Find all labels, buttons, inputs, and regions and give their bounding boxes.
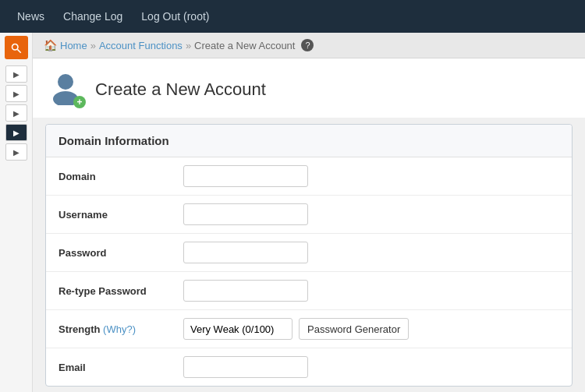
breadcrumb-current: Create a New Account [194, 40, 295, 51]
domain-info-title: Domain Information [46, 125, 572, 157]
email-label: Email [58, 362, 183, 373]
main-content: 🏠 Home » Account Functions » Create a Ne… [33, 33, 585, 392]
help-icon[interactable]: ? [301, 39, 314, 51]
username-input[interactable] [183, 203, 308, 225]
sidebar-arrow-1[interactable]: ▶ [5, 65, 27, 83]
retype-password-input[interactable] [183, 280, 308, 302]
sidebar-arrow-5[interactable]: ▶ [5, 143, 27, 161]
breadcrumb-sep-2: » [186, 40, 191, 51]
svg-line-1 [17, 49, 20, 52]
search-icon [10, 42, 22, 54]
email-input[interactable] [183, 356, 308, 378]
top-navigation: News Change Log Log Out (root) [0, 0, 585, 33]
domain-label: Domain [58, 171, 183, 182]
retype-password-label: Re-type Password [58, 285, 183, 297]
domain-info-card: Domain Information Domain Username Passw… [45, 124, 573, 387]
sidebar: ▶ ▶ ▶ ▶ ▶ ∨ [0, 33, 33, 392]
page-heading: + Create a New Account [33, 58, 585, 118]
home-icon: 🏠 [44, 39, 57, 51]
nav-logout[interactable]: Log Out (root) [132, 0, 218, 33]
sidebar-arrow-3[interactable]: ▶ [5, 104, 27, 122]
username-label: Username [58, 209, 183, 221]
breadcrumb-account-functions[interactable]: Account Functions [99, 40, 183, 51]
breadcrumb-sep-1: » [90, 40, 96, 51]
svg-point-2 [58, 74, 73, 90]
main-layout: ▶ ▶ ▶ ▶ ▶ ∨ 🏠 Home » Account Functions »… [0, 33, 585, 392]
breadcrumb: 🏠 Home » Account Functions » Create a Ne… [33, 33, 585, 58]
password-label: Password [58, 247, 183, 259]
nav-news[interactable]: News [8, 0, 54, 33]
breadcrumb-home[interactable]: Home [60, 40, 87, 51]
domain-row: Domain [46, 157, 572, 196]
strength-text: Strength [58, 323, 100, 335]
password-row: Password [46, 234, 572, 272]
password-input[interactable] [183, 242, 308, 263]
page-title: Create a New Account [95, 79, 266, 100]
sidebar-arrow-4[interactable]: ▶ [5, 124, 27, 141]
retype-password-row: Re-type Password [46, 272, 572, 310]
search-button[interactable] [5, 36, 28, 59]
strength-value: Very Weak (0/100) [183, 318, 292, 340]
sidebar-arrow-2[interactable]: ▶ [5, 85, 27, 102]
username-row: Username [46, 196, 572, 234]
why-link[interactable]: (Why?) [103, 323, 136, 335]
strength-row: Strength (Why?) Very Weak (0/100) Passwo… [46, 310, 572, 348]
user-avatar: + [48, 71, 86, 108]
domain-input[interactable] [183, 165, 308, 187]
email-row: Email [46, 348, 572, 386]
password-generator-button[interactable]: Password Generator [299, 318, 409, 340]
strength-label: Strength (Why?) [58, 323, 183, 335]
nav-changelog[interactable]: Change Log [54, 0, 132, 33]
add-badge: + [73, 96, 86, 108]
svg-point-0 [12, 44, 19, 50]
